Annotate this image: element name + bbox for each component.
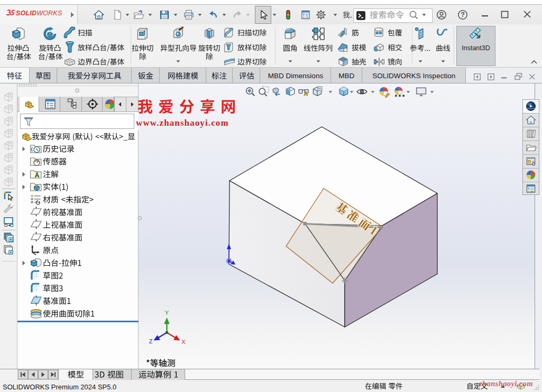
svg-text:X: X <box>181 339 186 345</box>
svg-text:?: ? <box>461 11 465 18</box>
svg-text:Z: Z <box>149 338 153 344</box>
svg-text:Y: Y <box>165 310 169 316</box>
